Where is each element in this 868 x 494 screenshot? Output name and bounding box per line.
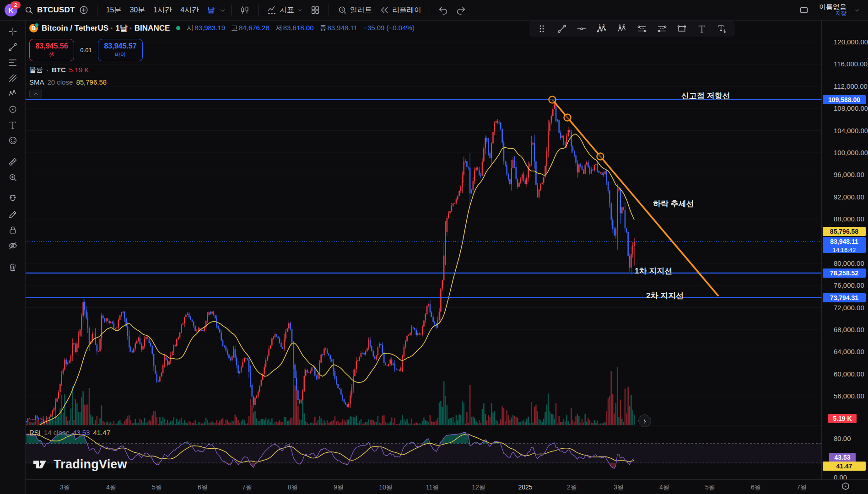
volume-legend-row[interactable]: 볼륨 · BTC 5.19 K — [29, 65, 415, 74]
support2-label[interactable]: 2차 지지선 — [646, 290, 684, 301]
tool-trash-icon[interactable] — [4, 259, 22, 275]
indicators-icon — [267, 5, 277, 15]
rsi-value: 43.53 — [73, 429, 90, 436]
tool-fib-retracement-icon[interactable] — [4, 55, 22, 70]
tradingview-wordmark: TradingView — [54, 457, 127, 472]
open-value: 83,983.19 — [194, 24, 225, 32]
notification-badge: 2 — [11, 1, 21, 9]
dtool-drag-handle-icon[interactable] — [535, 22, 549, 36]
timeframe-1h[interactable]: 1시간 — [149, 3, 176, 18]
support1-label[interactable]: 1차 지지선 — [635, 266, 672, 276]
price-tick: 112,000.00 — [834, 82, 868, 90]
sma-legend-row[interactable]: SMA 20 close 85,796.58 — [29, 78, 415, 86]
tool-text-icon[interactable] — [4, 117, 22, 133]
tool-zoom-in-icon[interactable] — [4, 170, 22, 185]
dtool-xabcd-pattern-icon[interactable]: 15 — [595, 22, 609, 36]
chart-style-button[interactable] — [236, 2, 253, 18]
low-value: 83,618.00 — [283, 24, 314, 32]
tool-magnet-icon[interactable] — [4, 191, 22, 207]
layout-name-button[interactable]: 이름없음 저장 — [819, 3, 846, 17]
price-tick: 80,000.00 — [834, 259, 864, 267]
replay-icon — [379, 5, 389, 15]
price-tick: 56,000.00 — [834, 392, 864, 400]
tool-crosshair-icon[interactable] — [4, 24, 22, 39]
chevron-up-icon — [33, 91, 38, 97]
compare-add-button[interactable] — [75, 2, 92, 18]
layout-name-text: 이름없음 — [819, 3, 846, 10]
buy-button[interactable]: 83,945.57 바이 — [98, 39, 143, 61]
plus-circle-icon — [79, 5, 89, 15]
sell-button[interactable]: 83,945.56 셀 — [29, 39, 74, 61]
alert-label: 얼러트 — [350, 5, 372, 15]
toolbar-separator — [258, 5, 259, 16]
save-label[interactable]: 저장 — [836, 10, 846, 17]
tool-eye-off-icon[interactable] — [4, 238, 22, 253]
toolbar-separator — [329, 5, 329, 16]
timeframe-1d[interactable]: 날 — [203, 3, 219, 18]
replay-button[interactable]: 리플레이 — [376, 2, 425, 18]
redo-icon — [456, 5, 466, 15]
tool-emoji-icon[interactable] — [4, 133, 22, 148]
price-label-5.19K: 5.19 K — [828, 414, 857, 423]
dtool-rectangle-icon[interactable] — [675, 22, 689, 36]
timeframe-15m[interactable]: 15분 — [102, 3, 126, 18]
indicators-button[interactable]: 지표 — [263, 2, 307, 18]
resistance-label[interactable]: 신고점 저항선 — [681, 91, 730, 101]
price-label-78258.52: 78,258.52 — [823, 268, 866, 278]
tool-pitchfork-icon[interactable] — [4, 70, 22, 86]
dtool-elliott-wave-icon[interactable]: AC — [615, 22, 629, 36]
symbol-search-button[interactable]: BTCUSDT — [24, 5, 75, 15]
toolbar-separator — [430, 5, 430, 16]
change-value: −35.09 (−0.04%) — [363, 24, 415, 32]
tool-pattern-icon[interactable] — [4, 86, 22, 102]
tool-draw-icon[interactable] — [4, 207, 22, 222]
price-axis[interactable]: 120,000.00116,000.00112,000.00108,000.00… — [821, 20, 868, 479]
trend-label[interactable]: 하락 추세선 — [653, 199, 694, 209]
price-tick: 68,000.00 — [834, 326, 864, 333]
tool-ruler-icon[interactable] — [4, 154, 22, 170]
price-label-73794.31: 73,794.31 — [823, 293, 866, 302]
grid-layout-icon — [310, 5, 320, 15]
price-tick: 100,000.00 — [834, 149, 868, 156]
volume-value: 5.19 K — [69, 66, 89, 74]
time-tick: 11월 — [426, 483, 439, 492]
dtool-horizontal-line-icon[interactable] — [575, 22, 588, 36]
price-tick: 116,000.00 — [834, 60, 868, 68]
layout-menu-button[interactable] — [853, 6, 861, 14]
dtool-long-position-icon[interactable] — [635, 22, 649, 36]
pane-separator[interactable] — [25, 425, 868, 425]
sell-label: 셀 — [49, 51, 54, 59]
dtool-trend-line-icon[interactable] — [555, 22, 569, 36]
timeframe-4h[interactable]: 4시간 — [176, 3, 203, 18]
tradingview-logo[interactable]: TradingView — [33, 457, 127, 472]
symbol-name: BTCUSDT — [37, 5, 75, 15]
layout-grid-button[interactable] — [307, 2, 324, 18]
dtool-anchored-text-icon[interactable] — [715, 22, 729, 36]
legend-collapse-button[interactable] — [29, 90, 42, 98]
alert-button[interactable]: 얼러트 — [334, 2, 376, 18]
price-tick: 76,000.00 — [834, 281, 864, 289]
timeframe-menu-button[interactable] — [219, 5, 226, 15]
user-avatar[interactable]: K 2 — [5, 4, 17, 16]
session-settings-icon[interactable] — [840, 481, 850, 491]
redo-button[interactable] — [452, 2, 469, 18]
bitcoin-icon: B — [29, 24, 38, 32]
tool-trend-line-icon[interactable] — [4, 39, 22, 55]
rsi-legend-row[interactable]: RSI 14 close 43.53 41.47 — [29, 429, 110, 436]
undo-button[interactable] — [435, 2, 452, 18]
tool-projection-icon[interactable] — [4, 102, 22, 117]
time-tick: 2025 — [518, 483, 532, 491]
time-axis[interactable]: 3월4월5월6월7월8월9월10월11월12월20252월3월4월5월6월7월 — [25, 479, 868, 494]
dtool-text-icon[interactable] — [695, 22, 709, 36]
dtool-short-position-icon[interactable] — [655, 22, 669, 36]
toolbar-separator — [231, 5, 232, 16]
tool-lock-icon[interactable] — [4, 222, 22, 238]
timeframe-30m[interactable]: 30분 — [125, 3, 149, 18]
time-tick: 4월 — [659, 483, 669, 492]
chart-legend: B Bitcoin / TetherUS · 1날 · BINANCE 시83,… — [29, 22, 415, 98]
tradingview-mark — [33, 459, 49, 470]
alert-clock-icon — [337, 5, 347, 15]
market-status-dot[interactable] — [176, 26, 180, 30]
symbol-title-row[interactable]: B Bitcoin / TetherUS · 1날 · BINANCE 시83,… — [29, 22, 415, 34]
fullscreen-button[interactable] — [795, 2, 813, 18]
